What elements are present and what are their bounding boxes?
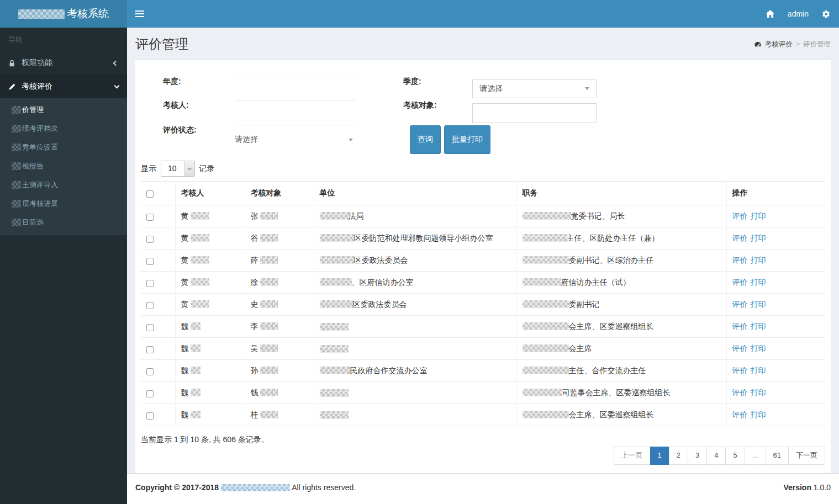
evaluate-link[interactable]: 评价	[732, 211, 748, 220]
sidebar-subitem[interactable]: 主测评导入	[0, 176, 127, 194]
sidebar-submenu: 价管理绩考评档次秀单位设置检报告主测评导入度考核进展目筛选	[0, 98, 127, 235]
target-name: 张	[251, 211, 258, 220]
print-link[interactable]: 打印	[751, 344, 766, 353]
version-label: Version	[783, 483, 811, 492]
sidebar-subitem[interactable]: 秀单位设置	[0, 138, 127, 157]
sidebar-subitem[interactable]: 绩考评档次	[0, 119, 127, 138]
pagination-page-button[interactable]: 61	[766, 447, 789, 465]
year-input[interactable]	[235, 77, 356, 100]
batch-print-button[interactable]: 批量打印	[444, 125, 490, 154]
user-menu[interactable]: admin	[788, 9, 809, 18]
footer: Copyright © 2017-2018 All rights reserve…	[127, 473, 839, 504]
redacted-duty-prefix	[523, 322, 569, 330]
app-logo[interactable]: 考核系统	[0, 0, 127, 28]
target-input[interactable]	[472, 103, 597, 123]
target-name: 桂	[251, 410, 258, 419]
sidebar-item-permissions[interactable]: 权限功能	[0, 51, 127, 75]
print-link[interactable]: 打印	[751, 366, 766, 375]
pagination-page-button[interactable]: 4	[706, 447, 726, 465]
pagination-prev-button[interactable]: 上一页	[614, 447, 651, 465]
row-checkbox[interactable]	[146, 214, 154, 221]
evaluate-link[interactable]: 评价	[732, 344, 748, 353]
breadcrumb-parent[interactable]: 考核评价	[765, 40, 793, 49]
print-link[interactable]: 打印	[751, 300, 766, 309]
evaluate-link[interactable]: 评价	[732, 410, 748, 419]
search-button[interactable]: 查询	[410, 125, 441, 154]
redacted-subitem-prefix	[12, 125, 21, 132]
dashboard-icon	[754, 40, 762, 48]
redacted-assessor-name	[191, 256, 209, 264]
row-checkbox[interactable]	[146, 368, 154, 375]
row-checkbox[interactable]	[146, 236, 154, 243]
row-checkbox[interactable]	[146, 324, 154, 331]
redacted-assessor-name	[191, 212, 209, 220]
target-name: 钱	[251, 388, 258, 397]
gear-icon[interactable]	[822, 10, 830, 18]
duty-name: 委副书记	[569, 300, 600, 309]
evaluate-link[interactable]: 评价	[732, 366, 748, 375]
target-name: 史	[251, 300, 258, 309]
sidebar-subitem[interactable]: 目筛选	[0, 213, 127, 232]
status-select[interactable]: 请选择	[235, 125, 356, 154]
print-link[interactable]: 打印	[751, 322, 766, 331]
table-row: 黄 薛 区委政法委员会 委副书记、区综治办主任 评价打印	[141, 250, 825, 272]
row-checkbox[interactable]	[146, 390, 154, 397]
evaluate-link[interactable]: 评价	[732, 256, 748, 264]
sidebar-item-label: 考核评价	[22, 82, 52, 92]
column-header-unit: 单位	[314, 182, 516, 205]
row-checkbox[interactable]	[146, 412, 154, 420]
row-checkbox[interactable]	[146, 302, 154, 309]
evaluate-link[interactable]: 评价	[732, 300, 748, 309]
status-label: 评价状态:	[163, 125, 235, 154]
row-checkbox[interactable]	[146, 258, 154, 265]
unit-name: 区委政法委员会	[353, 300, 407, 309]
sidebar-subitem-label: 绩考评档次	[22, 124, 58, 134]
sidebar-subitem[interactable]: 价管理	[0, 100, 127, 119]
home-icon[interactable]	[766, 10, 774, 18]
row-checkbox[interactable]	[146, 280, 154, 287]
pagination-page-button[interactable]: 1	[650, 447, 669, 465]
pagination-page-button[interactable]: 3	[688, 447, 707, 465]
sidebar-subitem-label: 价管理	[22, 105, 44, 115]
evaluate-link[interactable]: 评价	[732, 388, 748, 397]
assessor-input[interactable]	[235, 100, 356, 125]
chevron-left-icon	[113, 60, 119, 66]
pagination-next-button[interactable]: 下一页	[788, 447, 825, 465]
breadcrumb-current: 评价管理	[803, 40, 831, 49]
breadcrumb: 考核评价 > 评价管理	[754, 40, 831, 49]
duty-name: 会主席、区委巡察组组长	[569, 322, 654, 331]
redacted-unit-name	[320, 256, 354, 264]
row-checkbox[interactable]	[146, 346, 154, 353]
pagination-ellipsis: ...	[745, 447, 766, 465]
sidebar-item-assessment[interactable]: 考核评价	[0, 75, 127, 98]
duty-name: 府信访办主任（试）	[561, 278, 631, 287]
sidebar-subitem-label: 检报告	[22, 161, 44, 171]
unit-name: 民政府合作交流办公室	[350, 366, 428, 375]
evaluate-link[interactable]: 评价	[732, 322, 748, 331]
quarter-select[interactable]: 请选择	[472, 79, 597, 98]
print-link[interactable]: 打印	[751, 410, 766, 419]
sidebar-subitem[interactable]: 度考核进展	[0, 194, 127, 213]
pagination-page-button[interactable]: 2	[669, 447, 688, 465]
pagination-page-button[interactable]: 5	[725, 447, 745, 465]
redacted-unit-name	[320, 323, 349, 331]
year-label: 年度:	[163, 77, 235, 100]
select-all-checkbox[interactable]	[146, 190, 154, 198]
redacted-duty-prefix	[523, 300, 569, 308]
evaluate-link[interactable]: 评价	[732, 234, 748, 242]
sidebar-subitem[interactable]: 检报告	[0, 157, 127, 176]
evaluate-link[interactable]: 评价	[732, 278, 748, 287]
sidebar-subitem-label: 主测评导入	[22, 180, 58, 190]
sidebar-toggle-button[interactable]	[127, 0, 152, 28]
page-size-select[interactable]: 10	[161, 161, 195, 177]
print-link[interactable]: 打印	[751, 278, 766, 287]
copyright-suffix: All rights reserved.	[292, 483, 356, 492]
print-link[interactable]: 打印	[751, 234, 766, 242]
print-link[interactable]: 打印	[751, 211, 766, 220]
print-link[interactable]: 打印	[751, 388, 766, 397]
print-link[interactable]: 打印	[751, 256, 766, 264]
lock-icon	[8, 60, 17, 67]
table-row: 魏 钱 司监事会主席、区委巡察组组长 评价打印	[141, 382, 825, 404]
redacted-subitem-prefix	[12, 144, 21, 151]
assessor-name: 黄	[181, 278, 189, 287]
